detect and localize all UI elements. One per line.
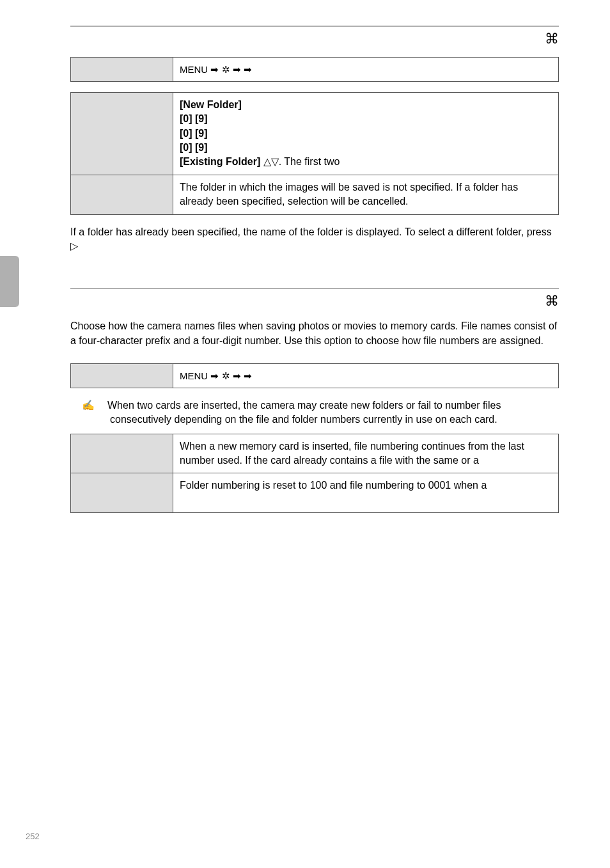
file-naming-intro: Choose how the camera names files when s… <box>70 319 559 348</box>
range-text: [0] [9] <box>180 113 208 124</box>
range-text: [0] [9] <box>180 128 208 139</box>
option-desc-cell: When a new memory card is inserted, file… <box>173 434 559 473</box>
section-icon-row: ⌘ <box>70 292 559 312</box>
option-desc-cell: The folder in which the images will be s… <box>173 175 559 214</box>
page-number: 252 <box>26 831 40 842</box>
tip-text: When two cards are inserted, the camera … <box>107 400 501 425</box>
file-numbering-table: When a new memory card is inserted, file… <box>70 434 559 514</box>
option-label-cell <box>71 434 173 473</box>
range-text: [0] [9] <box>180 142 208 153</box>
table-row: When a new memory card is inserted, file… <box>71 434 559 473</box>
option-label-cell <box>71 92 173 175</box>
option-desc-text: Folder numbering is reset to 100 and fil… <box>180 480 487 491</box>
section-divider <box>70 288 559 289</box>
option-label-cell <box>71 175 173 214</box>
existing-folder-label: [Existing Folder] <box>180 156 260 167</box>
menu-path-cell: MENU ➡ ✲ ➡ ➡ <box>173 57 559 81</box>
menu-path-text: MENU ➡ ✲ ➡ ➡ <box>180 370 252 381</box>
table-row: [New Folder] [0] [9] [0] [9] [0] [9] [Ex… <box>71 92 559 175</box>
tip-paragraph: ✍When two cards are inserted, the camera… <box>96 398 559 427</box>
section-divider <box>70 26 559 27</box>
menu-path-text: MENU ➡ ✲ ➡ ➡ <box>180 64 252 75</box>
menu-label-cell <box>71 363 173 388</box>
menu-path-cell: MENU ➡ ✲ ➡ ➡ <box>173 363 559 388</box>
menu-label-cell <box>71 57 173 81</box>
card-icon: ⌘ <box>545 31 559 47</box>
table-row: The folder in which the images will be s… <box>71 175 559 214</box>
section-icon-row: ⌘ <box>70 29 559 49</box>
new-folder-label: [New Folder] <box>180 99 242 110</box>
folder-note-paragraph: If a folder has already been specified, … <box>70 225 559 254</box>
card-icon: ⌘ <box>545 293 559 309</box>
existing-folder-tail: △▽. The first two <box>260 156 340 167</box>
option-desc-cell: [New Folder] [0] [9] [0] [9] [0] [9] [Ex… <box>173 92 559 175</box>
tip-icon: ✍ <box>96 398 107 413</box>
menu-path-table-2: MENU ➡ ✲ ➡ ➡ <box>70 363 559 388</box>
side-tab <box>0 256 19 307</box>
option-label-cell <box>71 473 173 513</box>
menu-path-table-1: MENU ➡ ✲ ➡ ➡ <box>70 57 559 82</box>
option-desc-cell: Folder numbering is reset to 100 and fil… <box>173 473 559 513</box>
folder-options-table: [New Folder] [0] [9] [0] [9] [0] [9] [Ex… <box>70 92 559 215</box>
table-row: Folder numbering is reset to 100 and fil… <box>71 473 559 513</box>
